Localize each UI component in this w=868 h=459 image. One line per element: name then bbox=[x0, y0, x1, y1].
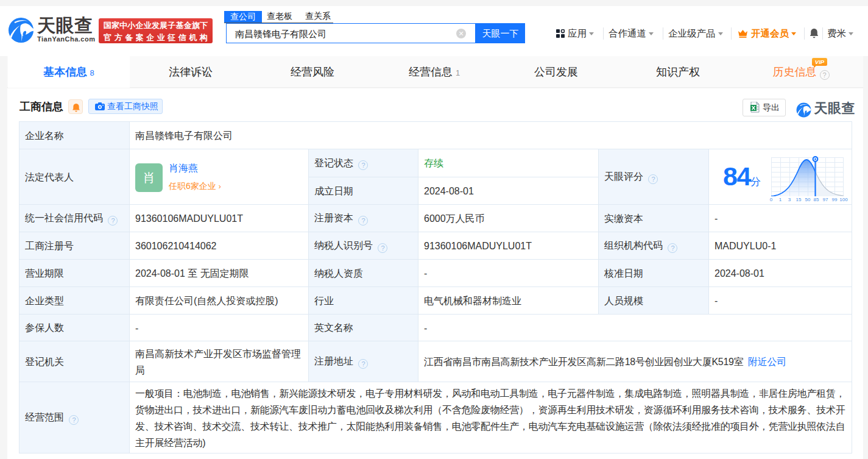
svg-text:15: 15 bbox=[796, 197, 802, 202]
svg-text:VIP: VIP bbox=[815, 59, 825, 65]
svg-text:3: 3 bbox=[788, 197, 791, 202]
svg-text:0: 0 bbox=[770, 197, 773, 202]
svg-text:1: 1 bbox=[779, 197, 782, 202]
svg-text:97: 97 bbox=[823, 197, 828, 202]
svg-text:99: 99 bbox=[832, 197, 838, 202]
svg-text:85: 85 bbox=[814, 197, 819, 202]
svg-text:50: 50 bbox=[805, 197, 811, 202]
svg-text:100: 100 bbox=[839, 197, 848, 202]
